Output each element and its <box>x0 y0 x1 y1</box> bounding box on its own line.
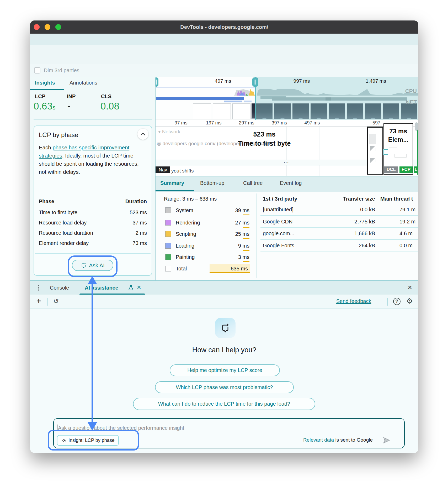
title-bar: DevTools - developers.google.com/ <box>30 20 418 34</box>
insight-context-chip[interactable]: Insight: LCP by phase <box>57 435 119 446</box>
layout-shifts-label: yout shifts <box>171 168 194 174</box>
collapse-insight-button[interactable] <box>137 129 148 140</box>
annotation-arrow-head-up <box>88 276 97 284</box>
party-name[interactable]: [unattributed] <box>263 207 294 213</box>
ai-assistance-logo <box>215 318 236 338</box>
nav-chip: Nav <box>156 166 170 173</box>
party-main-thread: 4.6 m <box>399 231 413 237</box>
timeline-ruler: 97 ms 197 ms 297 ms 397 ms 497 ms 597 <box>156 119 418 127</box>
lcp-marker-chip: L <box>414 166 418 173</box>
scrollbar-thumb[interactable] <box>415 122 418 131</box>
filmstrip-frame[interactable] <box>193 103 211 119</box>
annotation-arrow-line <box>92 284 93 423</box>
filmstrip-frame[interactable] <box>213 103 231 119</box>
phase-column-header: Phase <box>39 198 54 205</box>
network-track-label[interactable]: ▾ Network <box>158 129 180 135</box>
close-ai-tab-icon[interactable]: ✕ <box>137 284 141 291</box>
relevant-data-link[interactable]: Relevant data <box>303 437 334 443</box>
party-header: Main thread t <box>380 196 418 202</box>
ruler-label: 197 ms <box>203 120 224 126</box>
party-transfer: 0.0 kB <box>323 207 375 213</box>
drawer-menu-icon[interactable]: ⋮ <box>35 284 42 291</box>
history-icon[interactable]: ↺ <box>53 297 59 305</box>
disclaimer: Relevant data is sent to Google <box>303 437 373 443</box>
party-header: Transfer size <box>326 196 375 202</box>
summary-tab-underline <box>156 190 194 191</box>
party-transfer: 2,775 kB <box>323 219 375 225</box>
ruler-label: 97 ms <box>170 120 191 126</box>
close-drawer-icon[interactable]: ✕ <box>407 284 412 291</box>
ai-help-icon[interactable]: ? <box>393 298 401 305</box>
phase-row-value: 523 ms <box>130 210 147 216</box>
phase-row-name: Time to first byte <box>39 210 77 216</box>
net-bar-selected <box>156 97 244 100</box>
resizer-dots: ⋯ <box>284 159 289 165</box>
send-icon[interactable] <box>382 436 391 444</box>
performance-toolbar: developers.google.com... ▼ ✓ Screenshots… <box>30 45 418 64</box>
dim-row: Dim 3rd parties <box>30 64 418 77</box>
phase-row-name: Resource load duration <box>39 230 93 236</box>
legend-value: 27 ms <box>213 220 249 226</box>
selection-handle-left[interactable] <box>156 77 158 87</box>
selection-handle-right[interactable] <box>252 77 258 87</box>
party-name[interactable]: Google Fonts <box>263 243 294 249</box>
party-transfer: 264 kB <box>323 243 375 249</box>
main-tab-bar: Elements Console Sources Network Perform… <box>30 34 418 45</box>
lcp-by-phase-card: LCP by phase Each phase has specific imp… <box>34 125 152 276</box>
drawer-tab-console[interactable]: Console <box>50 285 69 291</box>
legend-swatch <box>165 266 171 271</box>
tab-bottom-up[interactable]: Bottom-up <box>200 180 224 186</box>
tab-summary[interactable]: Summary <box>160 180 184 186</box>
flame-zoom-box <box>367 127 383 175</box>
overview-time-label: 497 ms <box>212 78 233 84</box>
party-name[interactable]: google.com... <box>263 231 294 237</box>
ruler-label: 397 ms <box>269 120 290 126</box>
legend-swatch <box>165 220 171 226</box>
timeline-overview[interactable]: 497 ms 997 ms 1,497 ms CPU NET <box>156 77 418 119</box>
summary-tab-bar: Summary Bottom-up Call tree Event log <box>156 176 418 192</box>
phase-row-value: 2 ms <box>136 230 147 236</box>
overview-time-label: 1,497 ms <box>363 78 389 84</box>
element-render-label: Elem... <box>384 136 413 143</box>
ttfb-value: 523 ms <box>221 130 308 138</box>
suggestion-chip[interactable]: What can I do to reduce the LCP time for… <box>133 398 315 410</box>
lcp-metric-value: 0.63s <box>34 101 56 112</box>
insights-panel: Insights Annotations LCP INP CLS 0.63s -… <box>30 77 156 280</box>
send-feedback-link[interactable]: Send feedback <box>336 298 371 304</box>
legend-swatch <box>165 231 171 237</box>
legend-name: Scripting <box>176 231 196 237</box>
legend-swatch <box>165 254 171 260</box>
drawer-tab-ai-assistance[interactable]: AI assistance <box>85 285 118 291</box>
timeline-tracks[interactable]: ▾ Network ◎ developers.google.com/ (deve… <box>156 127 418 176</box>
tab-event-log[interactable]: Event log <box>280 180 302 186</box>
insight-chip-label: Insight: LCP by phase <box>68 438 115 443</box>
suggestion-chip[interactable]: Which LCP phase was most problematic? <box>155 381 294 393</box>
suggestion-label: What can I do to reduce the LCP time for… <box>158 401 290 407</box>
card-title: LCP by phase <box>39 131 78 139</box>
party-name[interactable]: Google CDN <box>263 219 292 225</box>
party-main-thread: 79.1 m <box>399 207 415 213</box>
legend-value: 3 ms <box>213 254 249 260</box>
new-chat-icon[interactable]: + <box>36 296 41 305</box>
legend-value: 9 ms <box>213 243 249 249</box>
ruler-label: 597 <box>369 120 384 126</box>
suggestion-label: Help me optimize my LCP score <box>187 367 262 373</box>
tab-annotations[interactable]: Annotations <box>70 80 97 86</box>
filmstrip-frame[interactable] <box>232 103 250 119</box>
dim-3rd-parties-checkbox[interactable] <box>34 67 40 74</box>
inp-metric-value: - <box>67 101 70 111</box>
ask-ai-button[interactable]: Ask AI <box>72 260 113 271</box>
ai-assistance-panel: How can I help you? Help me optimize my … <box>30 309 418 453</box>
suggestion-chip[interactable]: Help me optimize my LCP score <box>170 364 280 376</box>
annotation-arrow-head-down <box>88 422 97 431</box>
phase-row-value: 73 ms <box>133 240 147 246</box>
tab-insights[interactable]: Insights <box>35 80 55 86</box>
tab-call-tree[interactable]: Call tree <box>243 180 263 186</box>
ttfb-label: Time to first byte <box>221 140 308 147</box>
legend-name: System <box>176 207 193 213</box>
ruler-label: 497 ms <box>302 120 323 126</box>
devtools-window: DevTools - developers.google.com/ Elemen… <box>30 20 418 453</box>
summary-content: Range: 3 ms – 638 ms System 39 ms Render… <box>156 192 418 280</box>
legend-value: 635 ms <box>213 266 248 272</box>
ai-settings-gear-icon[interactable]: ⚙ <box>406 297 413 305</box>
